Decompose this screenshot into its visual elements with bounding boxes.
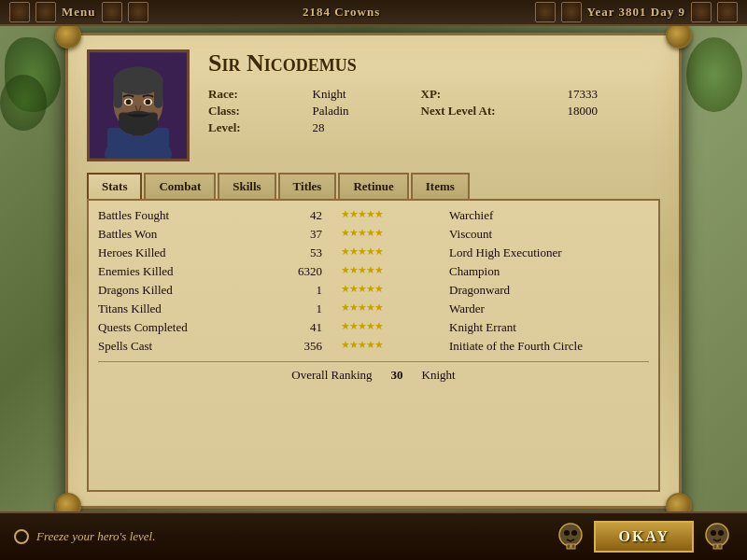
- stat-name-1: Battles Won: [98, 227, 285, 242]
- crowns-section: 2184 Crowns: [303, 5, 380, 20]
- title-2: Lord High Executioner: [444, 245, 649, 260]
- race-label: Race:: [208, 87, 303, 102]
- ranking-row: Overall Ranking 30 Knight: [98, 361, 649, 383]
- freeze-label: Freeze your hero's level.: [36, 529, 155, 544]
- svg-rect-23: [718, 544, 722, 549]
- stars-6: ★★★★★: [341, 320, 444, 335]
- title-5: Warder: [444, 301, 649, 316]
- tab-stats[interactable]: Stats: [87, 173, 142, 199]
- tab-titles[interactable]: Titles: [278, 173, 337, 199]
- corner-decor: [128, 2, 148, 22]
- scroll-knob-tr: [666, 22, 692, 49]
- xp-label: XP:: [421, 87, 558, 102]
- class-value: Paladin: [313, 104, 412, 119]
- okay-button[interactable]: OKAY: [594, 521, 694, 553]
- level-label: Level:: [208, 120, 303, 135]
- svg-point-14: [559, 524, 582, 546]
- corner-decor: [535, 2, 556, 22]
- scroll-panel: Sir Nicodemus Race: Knight XP: 17333 Cla…: [65, 33, 682, 509]
- stars-1: ★★★★★: [341, 227, 444, 242]
- svg-rect-22: [713, 544, 717, 549]
- stat-val-6: 41: [285, 320, 341, 335]
- scroll-knob-tl: [55, 22, 81, 49]
- date-section: Year 3801 Day 9: [535, 2, 738, 22]
- stat-val-2: 53: [285, 245, 341, 260]
- map-terrain: [686, 37, 742, 112]
- tab-retinue[interactable]: Retinue: [338, 173, 408, 199]
- date-label: Year 3801 Day 9: [587, 5, 685, 20]
- freeze-radio[interactable]: [14, 529, 29, 544]
- tab-items[interactable]: Items: [411, 173, 470, 199]
- stats-grid: Battles Fought 42 ★★★★★ Warchief Battles…: [98, 208, 649, 354]
- stars-7: ★★★★★: [341, 339, 444, 354]
- svg-point-19: [706, 524, 728, 546]
- character-header: Sir Nicodemus Race: Knight XP: 17333 Cla…: [87, 49, 660, 161]
- crowns-label: 2184 Crowns: [303, 5, 380, 20]
- stars-0: ★★★★★: [341, 208, 444, 223]
- svg-point-16: [571, 530, 577, 536]
- skull-right-icon: [701, 521, 733, 553]
- okay-section: OKAY: [555, 521, 733, 553]
- stat-name-7: Spells Cast: [98, 339, 285, 354]
- title-3: Champion: [444, 264, 649, 279]
- title-0: Warchief: [444, 208, 649, 223]
- stat-val-5: 1: [285, 301, 341, 316]
- stat-val-0: 42: [285, 208, 341, 223]
- svg-point-10: [126, 99, 132, 105]
- svg-point-20: [711, 530, 716, 536]
- svg-point-21: [718, 530, 724, 536]
- stars-5: ★★★★★: [341, 301, 444, 316]
- stat-val-4: 1: [285, 283, 341, 298]
- svg-point-11: [146, 99, 151, 105]
- scroll-content: Sir Nicodemus Race: Knight XP: 17333 Cla…: [68, 35, 679, 506]
- race-value: Knight: [313, 87, 412, 102]
- next-value: 18000: [568, 104, 660, 119]
- title-4: Dragonward: [444, 283, 649, 298]
- ranking-value: 30: [391, 368, 403, 383]
- map-terrain: [0, 75, 47, 131]
- skull-left-icon: [555, 521, 586, 553]
- tab-skills[interactable]: Skills: [218, 173, 275, 199]
- xp-value: 17333: [568, 87, 660, 102]
- stars-4: ★★★★★: [341, 283, 444, 298]
- svg-rect-17: [567, 544, 571, 549]
- corner-decor: [717, 2, 738, 22]
- freeze-section: Freeze your hero's level.: [14, 529, 155, 544]
- stat-name-6: Quests Completed: [98, 320, 285, 335]
- stat-name-3: Enemies Killed: [98, 264, 285, 279]
- stat-val-7: 356: [285, 339, 341, 354]
- class-label: Class:: [208, 104, 303, 119]
- stat-name-5: Titans Killed: [98, 301, 285, 316]
- corner-decor: [561, 2, 582, 22]
- ranking-label: Overall Ranking: [291, 368, 372, 383]
- stat-name-4: Dragons Killed: [98, 283, 285, 298]
- character-name: Sir Nicodemus: [208, 49, 660, 77]
- bottom-bar: Freeze your hero's level. OKAY: [0, 511, 747, 560]
- stat-val-1: 37: [285, 227, 341, 242]
- level-value: 28: [313, 120, 412, 135]
- stat-val-3: 6320: [285, 264, 341, 279]
- menu-label[interactable]: Menu: [62, 5, 96, 20]
- svg-rect-6: [114, 77, 122, 108]
- ranking-title: Knight: [422, 368, 456, 383]
- tab-combat[interactable]: Combat: [144, 173, 216, 199]
- svg-rect-7: [154, 77, 162, 108]
- corner-decor: [102, 2, 122, 22]
- corner-decor: [35, 2, 56, 22]
- top-bar: Menu 2184 Crowns Year 3801 Day 9: [0, 0, 747, 26]
- menu-section: Menu: [9, 2, 148, 22]
- stars-2: ★★★★★: [341, 245, 444, 260]
- character-portrait: [87, 49, 190, 161]
- title-6: Knight Errant: [444, 320, 649, 335]
- stats-area: Battles Fought 42 ★★★★★ Warchief Battles…: [87, 199, 660, 492]
- title-7: Initiate of the Fourth Circle: [444, 339, 649, 354]
- corner-decor: [691, 2, 712, 22]
- stats-section: Stats Combat Skills Titles Retinue Items…: [87, 173, 660, 492]
- stars-3: ★★★★★: [341, 264, 444, 279]
- next-label: Next Level At:: [421, 104, 558, 119]
- corner-decor: [9, 2, 30, 22]
- tab-bar: Stats Combat Skills Titles Retinue Items: [87, 173, 660, 199]
- stat-name-0: Battles Fought: [98, 208, 285, 223]
- svg-point-15: [564, 530, 570, 536]
- svg-rect-18: [571, 544, 575, 549]
